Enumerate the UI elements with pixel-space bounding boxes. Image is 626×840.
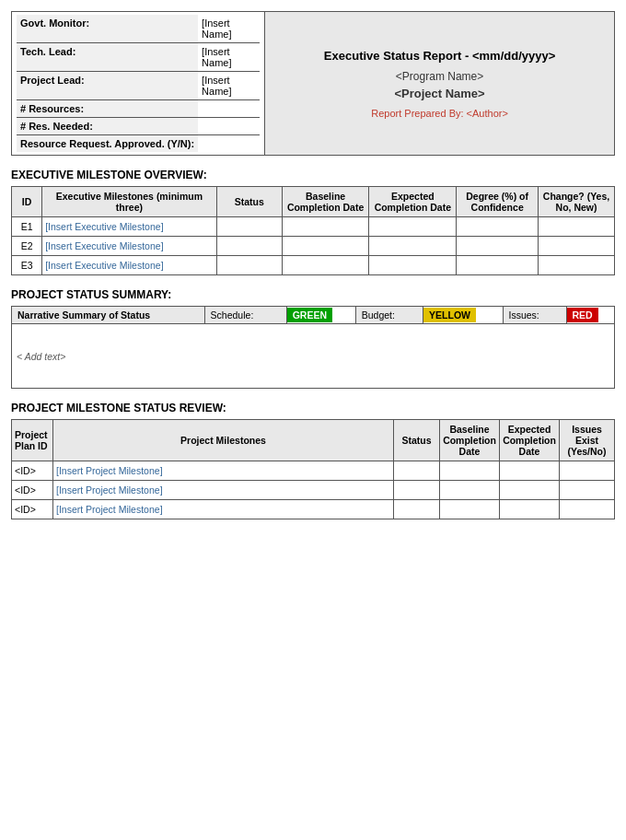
project-status-table: Narrative Summary of Status Schedule: GR… bbox=[11, 306, 615, 389]
em-milestone-e1: [Insert Executive Milestone] bbox=[42, 217, 217, 237]
em-change-e3 bbox=[539, 256, 615, 275]
budget-label: Budget: bbox=[355, 307, 423, 324]
em-change-e1 bbox=[539, 217, 615, 237]
pm-col-status: Status bbox=[394, 420, 440, 461]
issues-badge: RED bbox=[567, 308, 598, 322]
em-expected-e3 bbox=[369, 256, 457, 275]
pm-id-2: <ID> bbox=[12, 481, 53, 500]
col-baseline: Baseline Completion Date bbox=[282, 187, 369, 217]
pm-row-1: <ID> [Insert Project Milestone] bbox=[12, 461, 615, 481]
pm-milestone-1: [Insert Project Milestone] bbox=[53, 461, 394, 481]
executive-milestone-row-e1: E1 [Insert Executive Milestone] bbox=[12, 217, 615, 237]
pm-baseline-2 bbox=[440, 481, 500, 500]
em-milestone-e2: [Insert Executive Milestone] bbox=[42, 237, 217, 256]
executive-milestone-title: EXECUTIVE MILESTONE OVERVIEW: bbox=[11, 169, 615, 181]
govt-monitor-value: [Insert Name] bbox=[198, 15, 260, 43]
executive-milestone-row-e3: E3 [Insert Executive Milestone] bbox=[12, 256, 615, 275]
col-change: Change? (Yes, No, New) bbox=[539, 187, 615, 217]
narrative-text: < Add text> bbox=[12, 324, 615, 389]
pm-milestone-3: [Insert Project Milestone] bbox=[53, 500, 394, 519]
em-id-e3: E3 bbox=[12, 256, 42, 275]
em-milestone-e3: [Insert Executive Milestone] bbox=[42, 256, 217, 275]
tech-lead-value: [Insert Name] bbox=[198, 43, 260, 72]
schedule-badge-cell: GREEN bbox=[286, 307, 355, 324]
pm-issues-3 bbox=[560, 500, 615, 519]
budget-badge-cell: YELLOW bbox=[423, 307, 503, 324]
project-status-title: PROJECT STATUS SUMMARY: bbox=[11, 288, 615, 301]
em-expected-e1 bbox=[369, 217, 457, 237]
em-baseline-e3 bbox=[282, 256, 369, 275]
issues-label: Issues: bbox=[503, 307, 566, 324]
resources-value bbox=[198, 100, 260, 118]
pm-row-2: <ID> [Insert Project Milestone] bbox=[12, 481, 615, 500]
pm-id-3: <ID> bbox=[12, 500, 53, 519]
em-status-e3 bbox=[216, 256, 282, 275]
pm-expected-3 bbox=[500, 500, 560, 519]
pm-status-1 bbox=[394, 461, 440, 481]
executive-milestone-table: ID Executive Milestones (minimum three) … bbox=[11, 186, 615, 275]
pm-id-1: <ID> bbox=[12, 461, 53, 481]
col-status: Status bbox=[216, 187, 282, 217]
budget-badge: YELLOW bbox=[423, 308, 476, 322]
tech-lead-label: Tech. Lead: bbox=[17, 43, 198, 72]
col-milestones: Executive Milestones (minimum three) bbox=[42, 187, 217, 217]
em-degree-e2 bbox=[457, 237, 539, 256]
res-needed-value bbox=[198, 118, 260, 135]
col-id: ID bbox=[12, 187, 42, 217]
pm-row-3: <ID> [Insert Project Milestone] bbox=[12, 500, 615, 519]
col-degree: Degree (%) of Confidence bbox=[457, 187, 539, 217]
pm-milestone-2: [Insert Project Milestone] bbox=[53, 481, 394, 500]
schedule-badge: GREEN bbox=[287, 308, 332, 322]
pm-col-milestones: Project Milestones bbox=[53, 420, 394, 461]
pm-col-expected: Expected Completion Date bbox=[500, 420, 560, 461]
em-degree-e3 bbox=[457, 256, 539, 275]
header-table: Govt. Monitor: [Insert Name] Tech. Lead:… bbox=[11, 11, 615, 156]
pm-baseline-3 bbox=[440, 500, 500, 519]
narrative-summary-label: Narrative Summary of Status bbox=[12, 307, 205, 324]
author-line: Report Prepared By: <Author> bbox=[272, 108, 607, 119]
resource-request-label: Resource Request. Approved. (Y/N): bbox=[17, 135, 198, 153]
em-baseline-e1 bbox=[282, 217, 369, 237]
pm-issues-1 bbox=[560, 461, 615, 481]
em-degree-e1 bbox=[457, 217, 539, 237]
em-baseline-e2 bbox=[282, 237, 369, 256]
em-change-e2 bbox=[539, 237, 615, 256]
report-title: Executive Status Report - <mm/dd/yyyy> bbox=[272, 49, 607, 63]
res-needed-label: # Res. Needed: bbox=[17, 118, 198, 135]
project-name: <Project Name> bbox=[272, 87, 607, 100]
resources-label: # Resources: bbox=[17, 100, 198, 118]
project-lead-label: Project Lead: bbox=[17, 72, 198, 100]
em-status-e2 bbox=[216, 237, 282, 256]
em-status-e1 bbox=[216, 217, 282, 237]
pm-issues-2 bbox=[560, 481, 615, 500]
executive-milestone-row-e2: E2 [Insert Executive Milestone] bbox=[12, 237, 615, 256]
govt-monitor-label: Govt. Monitor: bbox=[17, 15, 198, 43]
pm-status-2 bbox=[394, 481, 440, 500]
pm-expected-1 bbox=[500, 461, 560, 481]
issues-badge-cell: RED bbox=[566, 307, 615, 324]
col-expected: Expected Completion Date bbox=[369, 187, 457, 217]
resource-request-value bbox=[198, 135, 260, 153]
em-id-e2: E2 bbox=[12, 237, 42, 256]
project-lead-value: [Insert Name] bbox=[198, 72, 260, 100]
pm-col-plan-id: Project Plan ID bbox=[12, 420, 53, 461]
project-milestone-title: PROJECT MILESTONE STATUS REVIEW: bbox=[11, 402, 615, 414]
em-expected-e2 bbox=[369, 237, 457, 256]
pm-status-3 bbox=[394, 500, 440, 519]
pm-col-baseline: Baseline Completion Date bbox=[440, 420, 500, 461]
pm-baseline-1 bbox=[440, 461, 500, 481]
program-name: <Program Name> bbox=[272, 70, 607, 83]
em-id-e1: E1 bbox=[12, 217, 42, 237]
pm-expected-2 bbox=[500, 481, 560, 500]
schedule-label: Schedule: bbox=[204, 307, 286, 324]
project-milestone-table: Project Plan ID Project Milestones Statu… bbox=[11, 419, 615, 519]
pm-col-issues: Issues Exist (Yes/No) bbox=[560, 420, 615, 461]
